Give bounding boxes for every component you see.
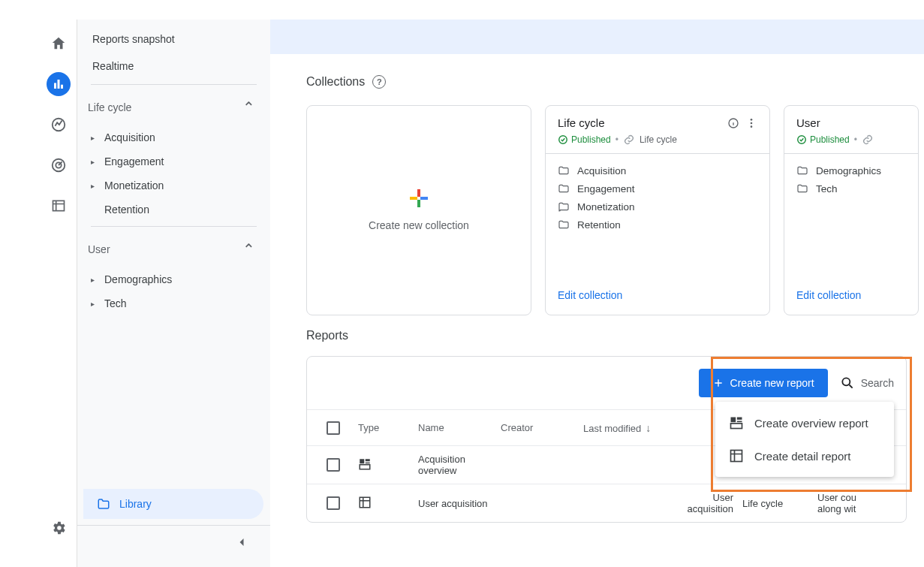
- svg-rect-15: [366, 459, 370, 461]
- collection-topic: Demographics: [796, 164, 906, 176]
- col-type[interactable]: Type: [358, 422, 418, 433]
- link-icon: [623, 134, 635, 146]
- nav-collapse[interactable]: [77, 525, 270, 561]
- folder-icon: [97, 497, 110, 511]
- edit-collection-link[interactable]: Edit collection: [796, 289, 861, 301]
- svg-rect-20: [737, 418, 742, 420]
- info-icon[interactable]: [727, 117, 739, 129]
- overview-report-icon: [358, 457, 418, 473]
- svg-point-10: [751, 125, 753, 128]
- configure-icon[interactable]: [47, 194, 71, 218]
- folder-icon: [558, 164, 570, 176]
- collections-cards: Create new collection Life cycle Publis: [306, 105, 924, 315]
- svg-rect-18: [360, 497, 370, 508]
- caret-right-icon: ▸: [88, 276, 97, 284]
- nav-child-tech[interactable]: ▸ Tech: [77, 291, 270, 315]
- home-icon[interactable]: [47, 32, 71, 56]
- nav-section-label: Life cycle: [88, 101, 131, 113]
- sort-desc-icon: ↓: [643, 422, 651, 434]
- nav-child-acquisition[interactable]: ▸ Acquisition: [77, 125, 270, 149]
- reports-nav: Reports snapshot Realtime Life cycle ⌃ ▸…: [77, 20, 270, 567]
- menu-create-detail[interactable]: Create detail report: [715, 439, 894, 472]
- settings-icon[interactable]: [47, 516, 71, 540]
- row-collection: Life cycle: [742, 498, 817, 509]
- svg-point-9: [751, 122, 753, 124]
- nav-reports-snapshot[interactable]: Reports snapshot: [77, 26, 270, 53]
- folder-icon: [558, 201, 570, 213]
- overview-report-icon: [729, 415, 744, 430]
- nav-section-label: User: [88, 243, 110, 255]
- svg-rect-21: [737, 421, 742, 423]
- svg-rect-1: [58, 80, 60, 89]
- table-row[interactable]: User acquisition User acquisition Life c…: [307, 484, 906, 522]
- collection-topic: Tech: [796, 182, 906, 195]
- svg-rect-0: [54, 83, 56, 89]
- row-description: User cou along wit: [817, 492, 900, 514]
- row-name: User acquisition: [418, 498, 501, 509]
- col-creator[interactable]: Creator: [501, 422, 583, 433]
- edit-collection-link[interactable]: Edit collection: [558, 289, 622, 301]
- svg-rect-14: [360, 459, 364, 463]
- svg-rect-16: [366, 462, 370, 463]
- nav-child-engagement[interactable]: ▸ Engagement: [77, 149, 270, 173]
- search-input[interactable]: Search: [840, 375, 894, 391]
- row-checkbox[interactable]: [327, 458, 340, 472]
- nav-section-user[interactable]: User ⌃: [77, 231, 270, 267]
- caret-right-icon: ▸: [88, 158, 97, 166]
- row-name: Acquisition overview: [418, 454, 501, 476]
- svg-rect-23: [731, 451, 742, 462]
- chevron-left-icon: [234, 535, 249, 550]
- nav-child-monetization[interactable]: ▸ Monetization: [77, 173, 270, 198]
- plus-icon: [712, 377, 724, 389]
- create-report-menu: Create overview report Create detail rep…: [715, 402, 894, 477]
- reports-icon[interactable]: [47, 72, 71, 96]
- nav-library-label: Library: [119, 498, 152, 510]
- caret-right-icon: ▸: [88, 300, 97, 308]
- create-report-button[interactable]: Create new report: [699, 369, 828, 397]
- collection-topic: Engagement: [558, 182, 757, 195]
- collection-topic: Retention: [558, 219, 757, 231]
- reports-table: Create new report Search Type Name Creat…: [306, 356, 907, 523]
- nav-realtime[interactable]: Realtime: [77, 53, 270, 80]
- svg-rect-6: [53, 201, 65, 210]
- row-template: User acquisition: [673, 492, 742, 514]
- caret-right-icon: ▸: [88, 182, 97, 190]
- nav-child-demographics[interactable]: ▸ Demographics: [77, 267, 270, 291]
- select-all-checkbox[interactable]: [327, 421, 340, 435]
- icon-rail: [41, 20, 77, 567]
- collection-topic: Monetization: [558, 201, 757, 213]
- svg-point-8: [751, 119, 753, 121]
- card-title: User: [796, 116, 906, 129]
- card-status: Published • Life cycle: [558, 134, 757, 146]
- create-collection-card[interactable]: Create new collection: [306, 105, 531, 315]
- row-checkbox[interactable]: [327, 496, 340, 510]
- link-icon: [862, 134, 874, 146]
- folder-icon: [558, 219, 570, 231]
- explore-icon[interactable]: [47, 113, 71, 137]
- help-icon[interactable]: ?: [372, 75, 386, 89]
- card-title: Life cycle: [558, 116, 721, 129]
- check-circle-icon: [796, 134, 807, 145]
- detail-report-icon: [729, 448, 744, 463]
- nav-child-retention[interactable]: ▸ Retention: [77, 198, 270, 222]
- main-content: Collections ? Create new collection: [270, 20, 924, 567]
- more-icon[interactable]: [745, 117, 757, 129]
- create-collection-label: Create new collection: [369, 219, 469, 231]
- menu-create-overview[interactable]: Create overview report: [715, 406, 894, 439]
- col-last-modified[interactable]: Last modified ↓: [583, 422, 673, 434]
- folder-icon: [796, 182, 808, 195]
- nav-library[interactable]: Library: [83, 489, 263, 519]
- svg-rect-17: [360, 464, 370, 469]
- hero-banner: [270, 20, 924, 54]
- folder-icon: [558, 182, 570, 195]
- collections-heading: Collections ?: [306, 75, 924, 89]
- plus-icon: [410, 189, 428, 207]
- reports-heading: Reports: [306, 329, 924, 342]
- svg-point-13: [842, 378, 850, 385]
- caret-right-icon: ▸: [88, 134, 97, 142]
- folder-icon: [796, 164, 808, 176]
- nav-section-life-cycle[interactable]: Life cycle ⌃: [77, 89, 270, 125]
- col-name[interactable]: Name: [418, 422, 501, 433]
- collection-card-user: User Published • Demographics: [784, 105, 919, 315]
- advertising-icon[interactable]: [47, 153, 71, 177]
